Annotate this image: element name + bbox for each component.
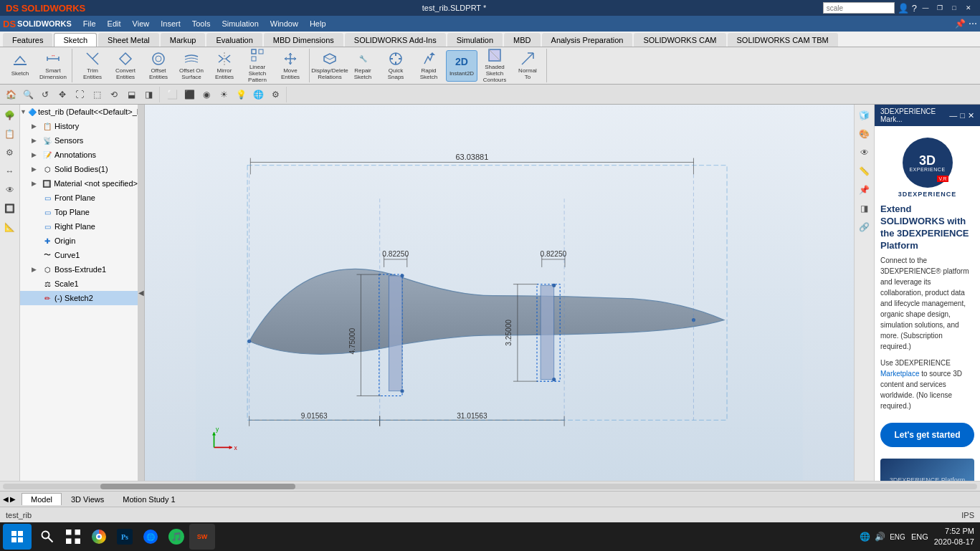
instant2d-btn[interactable]: 2D Instant2D bbox=[446, 50, 477, 82]
view-note-icon[interactable]: 📌 bbox=[857, 182, 872, 198]
display-delete-btn[interactable]: Display/DeleteRelations bbox=[314, 50, 346, 82]
taskbar-clock[interactable]: 7:52 PM 2020-08-17 bbox=[934, 526, 974, 548]
taskbar-solidworks[interactable]: SW bbox=[189, 524, 215, 550]
hscroll-thumb[interactable] bbox=[100, 484, 295, 489]
network-icon[interactable]: 🌐 bbox=[860, 532, 870, 542]
menu-tools[interactable]: Tools bbox=[186, 18, 217, 29]
tab-markup[interactable]: Markup bbox=[161, 33, 206, 47]
offset-surface-btn[interactable]: Offset OnSurface bbox=[176, 50, 207, 82]
offset-entities-btn[interactable]: OffsetEntities bbox=[143, 50, 174, 82]
menu-window[interactable]: Window bbox=[265, 18, 304, 29]
trim-entities-btn[interactable]: TrimEntities bbox=[77, 50, 108, 82]
menu-file[interactable]: File bbox=[77, 18, 102, 29]
options-icon[interactable]: ⋯ bbox=[969, 19, 977, 29]
taskbar-photoshop[interactable]: Ps bbox=[112, 524, 138, 550]
convert-entities-btn[interactable]: ConvertEntities bbox=[110, 50, 141, 82]
search-taskbar-btn[interactable] bbox=[34, 524, 60, 550]
repair-sketch-btn[interactable]: 🔧 RepairSketch bbox=[347, 50, 379, 82]
display-style-btn[interactable]: ◉ bbox=[199, 87, 214, 102]
viewport[interactable]: 63.03881 4.75000 0.82250 bbox=[145, 105, 854, 481]
display-manager-icon[interactable]: 👁 bbox=[2, 182, 18, 198]
menu-help[interactable]: Help bbox=[304, 18, 332, 29]
tree-front-plane[interactable]: ▶ ▭ Front Plane bbox=[20, 191, 138, 205]
tab-3d-views[interactable]: 3D Views bbox=[62, 493, 113, 506]
configuration-manager-icon[interactable]: ⚙ bbox=[2, 145, 18, 160]
sim-manager-icon[interactable]: 📐 bbox=[2, 219, 18, 235]
exp-marketplace-link[interactable]: Marketplace bbox=[880, 370, 919, 378]
view-3d-icon[interactable]: 🧊 bbox=[857, 107, 872, 123]
taskbar-headphones[interactable]: 🎵 bbox=[163, 524, 189, 550]
tree-top-plane[interactable]: ▶ ▭ Top Plane bbox=[20, 205, 138, 219]
shadows-btn[interactable]: ☀ bbox=[216, 87, 232, 102]
hidden-lines-btn[interactable]: ⬛ bbox=[181, 87, 197, 102]
menu-insert[interactable]: Insert bbox=[155, 18, 186, 29]
tab-cam[interactable]: SOLIDWORKS CAM bbox=[634, 33, 726, 47]
tab-evaluation[interactable]: Evaluation bbox=[206, 33, 262, 47]
view-zoom-window-btn[interactable]: ⬚ bbox=[89, 87, 105, 102]
exp-minimize-btn[interactable]: — bbox=[949, 111, 957, 120]
next-tab-btn[interactable]: ▶ bbox=[10, 495, 16, 503]
tree-solid-bodies[interactable]: ▶ ⬡ Solid Bodies(1) bbox=[20, 162, 138, 176]
minimize-btn[interactable]: — bbox=[920, 3, 931, 13]
smart-dimension-btn[interactable]: ↔ SmartDimension bbox=[37, 50, 69, 82]
mirror-entities-btn[interactable]: MirrorEntities bbox=[209, 50, 240, 82]
sidebar-collapse-btn[interactable]: ◀ bbox=[138, 105, 145, 481]
close-btn[interactable]: ✕ bbox=[963, 3, 974, 13]
tree-annotations[interactable]: ▶ 📝 Annotations bbox=[20, 148, 138, 162]
move-entities-btn[interactable]: MoveEntities bbox=[275, 50, 306, 82]
tab-motion-study[interactable]: Motion Study 1 bbox=[113, 493, 184, 506]
sound-icon[interactable]: 🔊 bbox=[875, 532, 885, 542]
view-measure-icon[interactable]: 📏 bbox=[857, 163, 872, 179]
view-snap-icon[interactable]: 🔗 bbox=[857, 219, 872, 235]
taskbar-chrome2[interactable]: 🌐 bbox=[138, 524, 163, 550]
help-icon[interactable]: ? bbox=[912, 3, 917, 14]
wireframe-btn[interactable]: ⬜ bbox=[164, 87, 180, 102]
view-dynamic-section-btn[interactable]: ◨ bbox=[141, 87, 156, 102]
tree-sensors[interactable]: ▶ 📡 Sensors bbox=[20, 133, 138, 148]
exp-close-btn[interactable]: ✕ bbox=[968, 111, 974, 120]
exp-cta-button[interactable]: Let's get started bbox=[880, 423, 974, 447]
tree-origin[interactable]: ▶ ✚ Origin bbox=[20, 234, 138, 248]
tree-root[interactable]: ▼ 🔷 test_rib (Default<<Default>_Disp bbox=[20, 105, 138, 119]
tree-history[interactable]: ▶ 📋 History bbox=[20, 119, 138, 133]
tab-sketch[interactable]: Sketch bbox=[54, 33, 97, 47]
pin-icon[interactable]: 📌 bbox=[955, 19, 966, 29]
view-zoom-btn[interactable]: 🔍 bbox=[20, 87, 36, 102]
view-pan-btn[interactable]: ✥ bbox=[54, 87, 70, 102]
task-view-btn[interactable] bbox=[60, 524, 86, 550]
h-scrollbar[interactable] bbox=[0, 481, 980, 491]
search-input[interactable] bbox=[823, 2, 895, 14]
tree-boss-extrude[interactable]: ▶ ⬡ Boss-Extrude1 bbox=[20, 262, 138, 277]
dim-expert-icon[interactable]: ↔ bbox=[2, 163, 18, 179]
prev-tab-btn[interactable]: ◀ bbox=[3, 495, 9, 503]
rapid-sketch-btn[interactable]: RapidSketch bbox=[413, 50, 444, 82]
tab-simulation[interactable]: Simulation bbox=[447, 33, 503, 47]
quick-snaps-btn[interactable]: QuickSnaps bbox=[380, 50, 411, 82]
view-zoom-prev-btn[interactable]: ⟲ bbox=[106, 87, 122, 102]
linear-pattern-btn[interactable]: Linear SketchPattern bbox=[242, 50, 273, 82]
view-section-icon[interactable]: ◨ bbox=[857, 201, 872, 216]
view-rotate-btn[interactable]: ↺ bbox=[37, 87, 53, 102]
view-settings-btn[interactable]: ⚙ bbox=[267, 87, 283, 102]
start-button[interactable] bbox=[3, 524, 32, 550]
view-orientation-btn[interactable]: 🏠 bbox=[3, 87, 19, 102]
restore-btn[interactable]: ❐ bbox=[934, 3, 946, 13]
sketch-btn[interactable]: Sketch bbox=[4, 50, 36, 82]
view-appearance-icon[interactable]: 👁 bbox=[857, 145, 872, 160]
tab-analysis[interactable]: Analysis Preparation bbox=[542, 33, 633, 47]
exp-restore-btn[interactable]: □ bbox=[960, 111, 965, 120]
tree-sketch2[interactable]: ▶ ✏ (-) Sketch2 bbox=[20, 291, 138, 305]
shaded-sketch-btn[interactable]: ShadedSketchContours bbox=[479, 50, 510, 82]
normal-to-btn[interactable]: NormalTo bbox=[512, 50, 543, 82]
menu-simulation[interactable]: Simulation bbox=[216, 18, 264, 29]
tree-scale1[interactable]: ▶ ⚖ Scale1 bbox=[20, 277, 138, 291]
menu-edit[interactable]: Edit bbox=[102, 18, 127, 29]
view-zoom-fit-btn[interactable]: ⛶ bbox=[72, 87, 87, 102]
tab-sheet-metal[interactable]: Sheet Metal bbox=[98, 33, 159, 47]
tab-features[interactable]: Features bbox=[3, 33, 52, 47]
scene-btn[interactable]: 🌐 bbox=[250, 87, 266, 102]
cam-manager-icon[interactable]: 🔲 bbox=[2, 201, 18, 216]
ambient-occlusion-btn[interactable]: 💡 bbox=[233, 87, 249, 102]
view-palette-icon[interactable]: 🎨 bbox=[857, 126, 872, 142]
tab-model[interactable]: Model bbox=[22, 493, 62, 505]
